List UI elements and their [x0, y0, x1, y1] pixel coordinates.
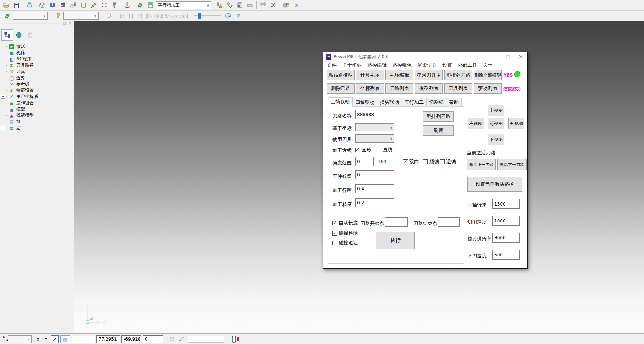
refresh-button[interactable]: 刷新 [423, 125, 454, 136]
tab-saw[interactable]: 切割锯 [427, 98, 446, 107]
pattern-button[interactable] [58, 0, 68, 10]
pause-button[interactable] [127, 13, 135, 19]
tab-help[interactable]: 帮助 [446, 98, 462, 107]
sim-clock-button[interactable] [223, 11, 233, 21]
tool-ball-button[interactable] [68, 0, 78, 10]
play-button[interactable] [118, 13, 127, 19]
set-active-path-button[interactable]: 设置当前激活路径 [467, 177, 522, 192]
menu-about-coords[interactable]: 关于坐标 [339, 62, 364, 69]
angle-to-input[interactable]: 360 [376, 157, 394, 166]
go-start-button[interactable] [171, 13, 179, 19]
go-end-button[interactable] [179, 13, 188, 19]
menu-about[interactable]: 关于 [480, 62, 495, 69]
menu-render-sim[interactable]: 渲染仿真 [414, 62, 440, 69]
tree-item-model[interactable]: 模型 [0, 106, 74, 112]
line-checkbox[interactable]: 直线 [377, 147, 392, 153]
tree-item-workplane[interactable]: 用户坐标系 [0, 94, 74, 100]
axis-z-button[interactable]: Z [51, 335, 59, 343]
sim-tool-button[interactable] [53, 11, 63, 21]
tree-item-stock-model[interactable]: 残留模型 [0, 112, 74, 119]
tree-item-macro[interactable]: 宏 [0, 125, 74, 131]
probe-icon[interactable] [178, 336, 185, 343]
coord-list-button[interactable]: 坐标列表 [356, 83, 384, 94]
circle-checkbox[interactable]: 圆形 [355, 147, 371, 153]
cutting-feed-input[interactable]: 1000 [492, 216, 520, 226]
menu-path-mirror[interactable]: 路径镜像 [389, 62, 414, 69]
create-block-button[interactable] [37, 0, 47, 10]
shade-button[interactable] [104, 11, 114, 21]
step-back-button[interactable] [135, 13, 144, 19]
blank-project-button[interactable] [24, 0, 35, 10]
menu-settings[interactable]: 设置 [440, 62, 455, 69]
tree-item-feature-set[interactable]: 特征设置 [0, 87, 74, 94]
execute-button[interactable]: 执行 [376, 232, 415, 249]
menu-file[interactable]: 文件 [324, 62, 339, 69]
model-list-button[interactable]: 模型列表 [415, 83, 443, 94]
view-front-button[interactable]: 前视图 [488, 118, 504, 129]
sim-toolpath-dropdown[interactable] [13, 12, 48, 20]
tree-item-group[interactable]: 组 [0, 119, 74, 125]
calculator-button[interactable] [235, 0, 245, 10]
axis-x-button[interactable]: X [34, 335, 42, 343]
collision-avoid-checkbox[interactable]: 碰撞避让 [332, 239, 358, 246]
delete-selected-button[interactable]: 删除已选 [327, 83, 355, 94]
tolerance-input[interactable]: 0.2 [355, 198, 394, 207]
tree-item-boundary[interactable]: 边界 [0, 75, 74, 81]
toolpath-list-button[interactable]: 刀路列表 [385, 83, 413, 94]
auto-length-checkbox[interactable]: 自动长度 [332, 220, 358, 226]
spindle-speed-input[interactable]: 1500 [492, 199, 520, 209]
toolpath-button[interactable] [135, 0, 145, 10]
draw-marker-icon[interactable] [2, 336, 8, 342]
checkbox-checked-icon[interactable] [332, 231, 337, 236]
checkbox-icon[interactable] [440, 159, 445, 164]
toolpath-name-input[interactable]: 888888 [355, 110, 394, 119]
collision-check-checkbox[interactable]: 碰撞检测 [332, 230, 358, 236]
menu-path-edit[interactable]: 路径编辑 [364, 62, 389, 69]
view-right-button[interactable]: 右视图 [508, 118, 524, 129]
based-coord-dropdown[interactable] [355, 123, 394, 131]
sim-speed-slider[interactable] [194, 13, 221, 19]
skim-feed-input[interactable]: 3000 [492, 233, 520, 243]
calculate-button[interactable] [214, 0, 224, 10]
tree-item-activate[interactable]: 激活 [0, 43, 74, 50]
save-button[interactable] [11, 0, 22, 10]
coord-y-field[interactable]: -69.918 [121, 335, 141, 343]
paste-new-model-button[interactable]: 粘贴新模型 [327, 70, 355, 80]
tree-item-toolpath[interactable]: 刀具路径 [0, 62, 74, 69]
stepover-input[interactable]: 0.4 [355, 184, 394, 193]
leads-links-button[interactable] [78, 0, 89, 10]
maximize-icon[interactable] [502, 52, 515, 61]
verify-button[interactable] [224, 0, 235, 10]
minimize-icon[interactable] [490, 52, 502, 61]
float-window-icon[interactable] [62, 22, 67, 25]
phone-pause-icon[interactable] [232, 335, 241, 343]
bidirectional-checkbox[interactable]: 双向 [403, 158, 419, 165]
strategy-preset-dropdown[interactable]: 平行精加工 [156, 1, 211, 9]
tree-item-nc-program[interactable]: NC程序 [0, 56, 74, 62]
points-button[interactable] [99, 0, 109, 10]
close-icon[interactable] [515, 52, 527, 61]
rearrange-toolpaths-button[interactable]: 重排列刀路 [444, 70, 472, 80]
tool-pair-button[interactable] [258, 0, 268, 10]
fast-forward-button[interactable] [162, 13, 171, 19]
coord-x-field[interactable]: 77.2951 [96, 335, 120, 343]
plunge-feed-input[interactable]: 500 [492, 250, 520, 260]
tab-explorer-tree[interactable] [1, 29, 13, 41]
checkbox-checked-icon[interactable] [332, 221, 337, 225]
view-top-button[interactable]: 上视图 [488, 105, 504, 116]
transform-button[interactable] [268, 0, 278, 10]
checkbox-icon[interactable] [423, 159, 428, 164]
slider-handle[interactable] [198, 13, 201, 19]
compare-models-button[interactable] [281, 0, 291, 10]
rearrange-button[interactable]: 重排列刀路 [423, 111, 454, 122]
coord-z-field[interactable]: 0 [143, 335, 163, 343]
sim-toolpath-button[interactable] [2, 11, 13, 21]
checkbox-icon[interactable] [377, 148, 381, 152]
activate-prev-toolpath-button[interactable]: 激活上一刀路 [467, 159, 496, 170]
view-bottom-button[interactable]: 下视图 [488, 134, 504, 145]
snap-value-field[interactable] [72, 336, 95, 343]
rewind-button[interactable] [153, 13, 162, 19]
expand-icon[interactable] [1, 126, 5, 130]
tab-head-tilt[interactable]: 摆头联动 [377, 98, 402, 107]
sim-tool-dropdown[interactable] [63, 12, 99, 20]
